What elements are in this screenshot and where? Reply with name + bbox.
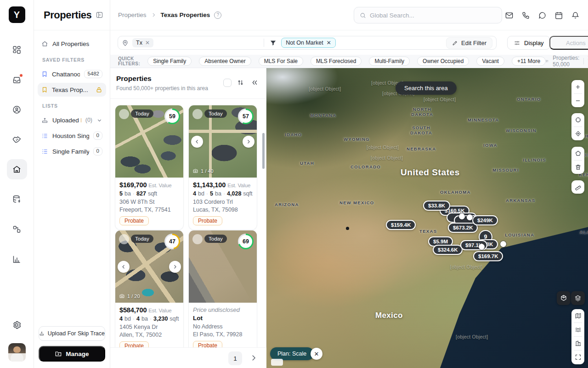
settings-icon[interactable] [7,315,27,335]
upload-skip-trace-button[interactable]: Upload For Skip Trace [39,326,105,341]
price-marker[interactable]: $33.8K [423,201,450,211]
analytics-icon[interactable] [7,249,27,269]
app-logo[interactable]: Y [9,6,25,23]
fullscreen-icon[interactable] [571,351,584,364]
property-card[interactable]: Today 57 1 / 40 $1,143,100Est. Value 4bd… [188,105,257,230]
quick-filter-multi-family[interactable]: Multi-Family [369,57,410,66]
edit-filter-button[interactable]: Edit Filter [446,37,492,49]
bell-icon[interactable] [571,11,580,20]
map-style-icon[interactable] [571,309,584,322]
buildings-icon[interactable] [571,337,584,350]
price-marker[interactable]: $673.2K [448,223,478,233]
quick-filter-absentee-owner[interactable]: Absentee Owner [199,57,251,66]
remove-market-chip-icon[interactable]: ✕ [327,40,331,46]
map-canvas[interactable]: MONTANA NORTH DAKOTA SOUTH DAKOTA MINNES… [266,68,588,368]
property-dot-marker[interactable] [459,213,465,219]
list-icon [41,148,48,155]
zoom-in-button[interactable] [571,80,584,93]
deals-icon[interactable] [7,129,27,150]
mail-icon[interactable] [505,11,514,20]
sidebar-item-houston-list[interactable]: Houston Singl... 0 [38,129,106,143]
ruler-icon[interactable] [571,180,584,194]
dashboard-icon[interactable] [7,40,27,60]
quick-filter-vacant[interactable]: Vacant [476,57,504,66]
chevron-down-icon[interactable] [96,117,102,123]
display-button[interactable]: Display [507,36,550,50]
lock-icon [96,86,102,93]
property-card[interactable]: Today 47 1 / 20 $584,700Est. Value 4bd4b… [115,230,184,347]
price-marker[interactable]: $324.6K [433,245,463,255]
market-status-chip[interactable]: Not On Market ✕ [281,38,335,48]
breadcrumb-chevron-icon [151,12,157,18]
quick-filter-mls-for-sale[interactable]: MLS For Sale [259,57,303,66]
quick-filter-owner-occupied[interactable]: Owner Occupied [417,57,469,66]
quick-filter-pills: Single Family Absentee Owner MLS For Sal… [147,57,546,66]
compass-icon[interactable] [571,113,584,126]
card-select-circle[interactable] [119,234,129,244]
help-icon[interactable]: ? [214,12,221,19]
card-select-circle[interactable] [119,109,129,119]
card-select-circle[interactable] [192,109,203,119]
trash-icon[interactable] [571,161,584,174]
sidebar-item-single-family-list[interactable]: Single Family ... 0 [38,144,106,158]
list-subtitle: Found 50,000+ properties in this area [116,85,208,92]
price-marker[interactable]: $249K [472,215,498,225]
workflows-icon[interactable] [7,219,27,239]
user-avatar[interactable] [8,343,26,362]
price-marker[interactable]: $169.7K [473,251,503,261]
properties-icon[interactable] [7,159,27,179]
property-dot-marker[interactable] [500,241,506,247]
manage-button[interactable]: Manage [39,346,105,362]
photo-next-icon[interactable] [169,261,181,273]
list-count: (0) [85,117,92,123]
property-card[interactable]: Today 59 $169,700Est. Value 5ba827sqft 3… [115,105,184,230]
funnel-icon[interactable] [270,40,277,46]
page-1-button[interactable]: 1 [228,351,242,365]
card-info: $584,700Est. Value 4bd4ba3,230sqft 1405 … [115,303,183,347]
sidebar-item-all-properties[interactable]: All Properties [38,37,106,51]
sidebar-item-uploaded-files[interactable]: Uploaded Fi... (0) [38,113,106,127]
page-title: Properties [44,9,91,21]
quick-filter-single-family[interactable]: Single Family [147,57,192,66]
price-marker[interactable]: $159.4K [386,220,416,230]
sidebar-item-saved-filter-texas[interactable]: Texas Prop... [38,83,106,97]
map-3d-toggle-icon[interactable] [557,291,571,305]
global-search-input[interactable] [370,12,496,19]
score-ring: 47 [164,234,180,249]
photo-prev-icon[interactable] [191,136,203,148]
filter-bar: Tx ✕ Not On Market ✕ Edit Filter Display… [110,30,588,55]
collapse-panel-icon[interactable] [251,79,259,86]
sort-icon[interactable] [237,79,244,86]
quick-filter-more[interactable]: +11 More [512,57,546,66]
calendar-icon[interactable] [554,11,563,20]
terrain-waves-icon[interactable] [571,323,584,336]
phone-icon[interactable] [521,11,530,20]
sidebar-collapse-icon[interactable] [96,11,103,19]
state-label: LOUISIANA [505,232,534,237]
map-layers-icon[interactable] [571,291,585,305]
photo-next-icon[interactable] [243,136,254,148]
search-this-area-button[interactable]: Search this area [396,81,457,95]
list-scrollbar[interactable] [262,133,265,169]
remove-location-chip-icon[interactable]: ✕ [145,40,150,46]
zoom-out-button[interactable] [571,94,584,107]
breadcrumb-root[interactable]: Properties [118,12,147,18]
actions-button[interactable]: Actions [549,36,588,50]
dismiss-plan-icon[interactable]: ✕ [311,348,322,360]
property-dot-marker[interactable] [479,244,485,250]
quick-filter-mls-foreclosed[interactable]: MLS Foreclosed [311,57,362,66]
property-card[interactable]: Today 69 Price undisclosed Lot No Addres… [188,230,257,347]
chat-icon[interactable] [538,11,547,20]
sidebar-item-saved-filter-chattanooga[interactable]: Chattanoo... 5482 [38,67,106,81]
property-dot-marker[interactable] [467,214,473,220]
card-select-circle[interactable] [192,234,203,244]
gps-target-icon[interactable] [571,127,584,140]
next-page-icon[interactable] [249,354,258,362]
location-chip-tx[interactable]: Tx ✕ [132,38,153,47]
contacts-icon[interactable] [7,99,27,120]
polygon-draw-icon[interactable] [571,147,584,160]
data-icon[interactable] [7,189,27,209]
inbox-icon[interactable] [7,69,27,90]
photo-prev-icon[interactable] [118,261,130,273]
select-all-checkbox[interactable] [223,79,232,87]
